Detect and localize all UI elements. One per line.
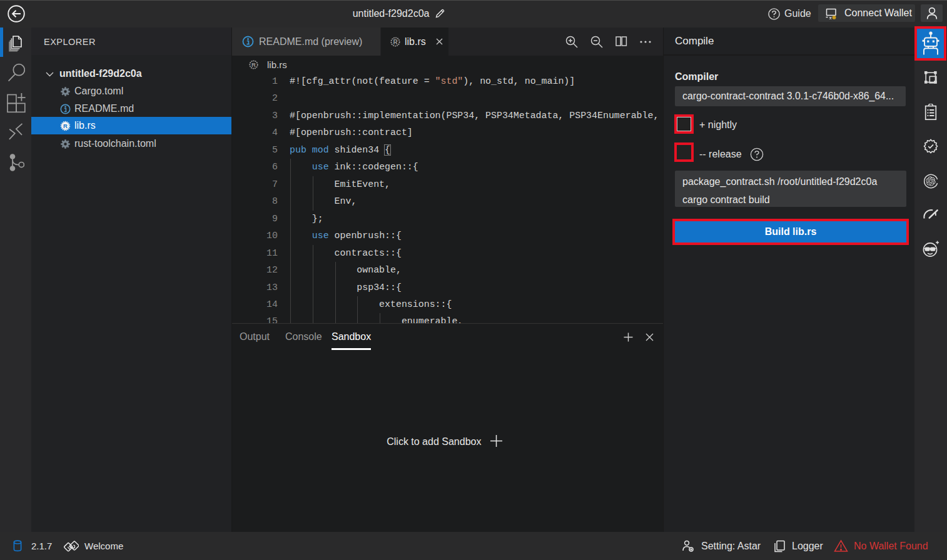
svg-text:R: R: [251, 61, 256, 68]
svg-text:R: R: [63, 122, 68, 129]
svg-text:R: R: [393, 38, 398, 45]
